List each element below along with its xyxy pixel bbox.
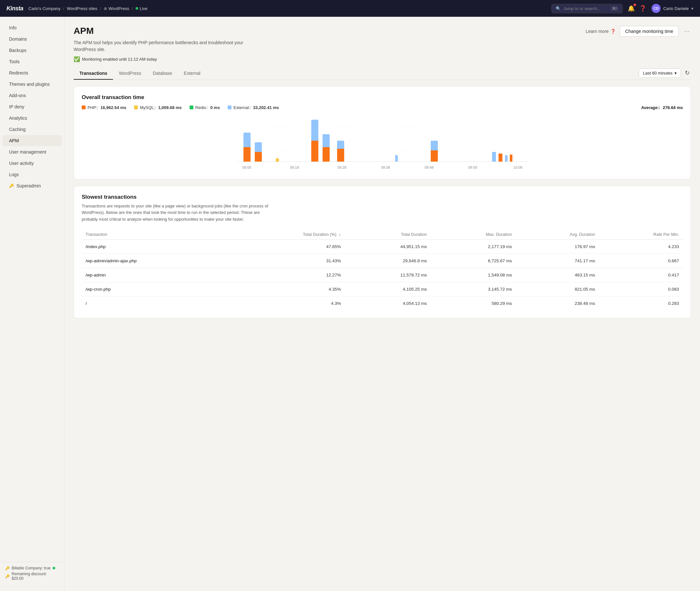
chart-title: Overall transaction time xyxy=(82,94,683,101)
avg-label: Average:: xyxy=(641,105,660,110)
table-row[interactable]: /wp-cron.php 4.35% 4,105.25 ms 3,145.72 … xyxy=(82,282,683,296)
svg-rect-20 xyxy=(505,155,508,161)
notification-badge xyxy=(634,4,636,6)
svg-text:09:58: 09:58 xyxy=(468,166,477,170)
discount-info: 🔑 Remaining discount: $20.00 xyxy=(5,572,59,581)
cell-transaction: /wp-cron.php xyxy=(82,282,230,296)
svg-text:09:18: 09:18 xyxy=(290,166,299,170)
svg-rect-8 xyxy=(276,158,279,161)
cell-max-dur: 6,725.67 ms xyxy=(431,254,516,268)
sidebar-item-apm[interactable]: APM xyxy=(3,135,62,146)
help-button[interactable]: ❓ xyxy=(639,5,646,12)
legend-label-external: External:: xyxy=(233,105,251,110)
user-menu[interactable]: CD Carlo Daniele ▾ xyxy=(652,4,694,13)
cell-avg-dur: 238.48 ms xyxy=(516,296,599,310)
sidebar-item-usermgmt[interactable]: User management xyxy=(3,146,62,157)
col-rate: Rate Per Min. xyxy=(599,229,683,240)
sidebar-item-info[interactable]: Info xyxy=(3,22,62,33)
sidebar-item-redirects[interactable]: Redirects xyxy=(3,67,62,78)
learn-more-link[interactable]: Learn more ❓ xyxy=(586,29,616,34)
tab-external[interactable]: External xyxy=(178,67,206,80)
svg-text:10:08: 10:08 xyxy=(513,166,522,170)
svg-text:09:48: 09:48 xyxy=(424,166,433,170)
cell-total-pct: 47.65% xyxy=(230,239,345,254)
sidebar-item-logs[interactable]: Logs xyxy=(3,169,62,180)
cell-total-dur: 29,646.8 ms xyxy=(345,254,431,268)
page-header: APM Learn more ❓ Change monitoring time … xyxy=(74,26,691,37)
col-total-pct[interactable]: Total Duration (%) ↓ xyxy=(230,229,345,240)
cell-total-pct: 12.27% xyxy=(230,268,345,282)
time-filter-label: Last 60 minutes xyxy=(643,71,673,75)
key-icon: 🔑 xyxy=(9,184,14,188)
svg-rect-5 xyxy=(243,147,250,161)
breadcrumb-sep1: / xyxy=(63,6,64,11)
legend-label-redis: Redis:: xyxy=(195,105,208,110)
svg-text:09:08: 09:08 xyxy=(242,166,251,170)
legend-value-redis: 0 ms xyxy=(210,105,220,110)
sidebar-item-domains[interactable]: Domains xyxy=(3,34,62,45)
sidebar-item-themes[interactable]: Themes and plugins xyxy=(3,79,62,90)
sidebar-label-apm: APM xyxy=(9,138,19,143)
sidebar-item-ipdeny[interactable]: IP deny xyxy=(3,101,62,112)
change-monitoring-button[interactable]: Change monitoring time xyxy=(620,26,679,37)
search-placeholder: Jump to or search... xyxy=(564,6,600,11)
cell-rate: 0.667 xyxy=(599,254,683,268)
wp-icon: ⊕ xyxy=(104,6,107,11)
slowest-title: Slowest transactions xyxy=(82,194,683,200)
sidebar-item-backups[interactable]: Backups xyxy=(3,45,62,56)
more-options-icon[interactable]: ⋯ xyxy=(683,26,691,36)
time-filter-area: Last 60 minutes ▾ ↻ xyxy=(639,68,691,78)
refresh-button[interactable]: ↻ xyxy=(684,68,691,78)
time-filter-select[interactable]: Last 60 minutes ▾ xyxy=(639,68,681,78)
breadcrumb-site[interactable]: WordPress xyxy=(109,6,129,11)
sidebar-label-usermgmt: User management xyxy=(9,149,46,154)
sidebar: Info Domains Backups Tools Redirects The… xyxy=(0,17,65,591)
table-row[interactable]: /index.php 47.65% 44,951.15 ms 2,177.19 … xyxy=(82,239,683,254)
slowest-description: Transactions are requests to your site (… xyxy=(82,203,269,223)
monitoring-status: ✅ Monitoring enabled until 11:12 AM toda… xyxy=(74,56,691,62)
legend-dot-php xyxy=(82,106,85,109)
legend-value-mysql: 1,009.68 ms xyxy=(158,105,182,110)
breadcrumb-company[interactable]: Carlo's Company xyxy=(28,6,60,11)
legend-external: External:: 33,202.41 ms xyxy=(228,105,279,110)
chevron-down-icon: ▾ xyxy=(691,6,694,11)
sidebar-label-superadmin: Superadmin xyxy=(16,183,41,188)
sidebar-item-superadmin[interactable]: 🔑 Superadmin xyxy=(3,180,62,191)
logo[interactable]: Kinsta xyxy=(6,5,23,12)
table-row[interactable]: /wp-admin 12.27% 11,578.72 ms 1,549.08 m… xyxy=(82,268,683,282)
svg-rect-15 xyxy=(395,155,398,161)
sidebar-label-info: Info xyxy=(9,25,16,30)
sidebar-item-addons[interactable]: Add-ons xyxy=(3,90,62,101)
legend-mysql: MySQL:: 1,009.68 ms xyxy=(134,105,182,110)
cell-transaction: /index.php xyxy=(82,239,230,254)
legend-value-external: 33,202.41 ms xyxy=(253,105,279,110)
breadcrumb-sites[interactable]: WordPress sites xyxy=(67,6,97,11)
avatar: CD xyxy=(652,4,661,13)
sidebar-label-caching: Caching xyxy=(9,127,25,132)
sidebar-item-caching[interactable]: Caching xyxy=(3,124,62,135)
svg-rect-14 xyxy=(337,149,344,161)
tab-wordpress[interactable]: WordPress xyxy=(113,67,147,80)
tab-transactions[interactable]: Transactions xyxy=(74,67,113,80)
notifications-button[interactable]: 🔔 xyxy=(628,5,635,12)
sidebar-item-useractivity[interactable]: User activity xyxy=(3,158,62,169)
table-row[interactable]: / 4.3% 4,054.13 ms 580.29 ms 238.48 ms 0… xyxy=(82,296,683,310)
help-circle-icon: ❓ xyxy=(610,29,616,34)
top-navigation: Kinsta Carlo's Company / WordPress sites… xyxy=(0,0,700,17)
legend-label-mysql: MySQL:: xyxy=(140,105,156,110)
table-row[interactable]: /wp-admin/admin-ajax.php 31.43% 29,646.8… xyxy=(82,254,683,268)
tab-database[interactable]: Database xyxy=(147,67,178,80)
col-total-dur: Total Duration xyxy=(345,229,431,240)
cell-total-dur: 4,105.25 ms xyxy=(345,282,431,296)
svg-text:09:38: 09:38 xyxy=(381,166,390,170)
transactions-table-wrap: Transaction Total Duration (%) ↓ Total D… xyxy=(82,229,683,310)
check-circle-icon: ✅ xyxy=(74,56,80,62)
search-bar[interactable]: 🔍 Jump to or search... ⌘/ xyxy=(551,4,623,13)
sidebar-item-tools[interactable]: Tools xyxy=(3,56,62,67)
cell-rate: 0.417 xyxy=(599,268,683,282)
sidebar-label-useractivity: User activity xyxy=(9,161,34,166)
legend-dot-external xyxy=(228,106,232,109)
sidebar-item-analytics[interactable]: Analytics xyxy=(3,113,62,124)
legend-label-php: PHP:: xyxy=(88,105,99,110)
legend-value-php: 16,962.54 ms xyxy=(101,105,126,110)
